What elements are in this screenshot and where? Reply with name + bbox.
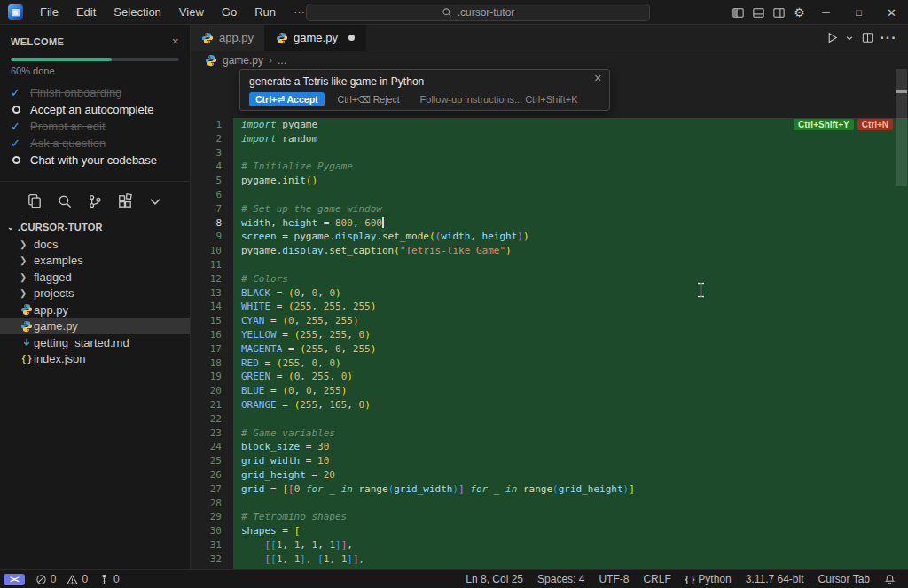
code-line-content[interactable]: block_size = 30 [233,440,908,454]
tree-item-projects[interactable]: ❯projects [0,286,190,302]
line-number[interactable]: 27 [191,482,233,497]
line-number[interactable]: 32 [191,553,233,567]
vertical-scrollbar[interactable] [896,69,907,186]
menu-run[interactable]: Run [247,3,284,21]
code-line[interactable]: 8width, height = 800, 600 [191,216,908,231]
code-line-content[interactable]: GREEN = (0, 255, 0) [233,370,908,384]
reject-button[interactable]: Ctrl+⌫ Reject [338,94,400,105]
code-line-content[interactable]: # Set up the game window [233,202,908,216]
code-line-content[interactable]: grid_width = 10 [233,454,908,468]
line-number[interactable]: 31 [191,538,233,553]
code-line-content[interactable]: ORANGE = (255, 165, 0) [233,398,908,412]
maximize-icon[interactable]: □ [842,0,875,25]
status-encoding[interactable]: UTF-8 [591,573,636,585]
command-center-search[interactable]: .cursor-tutor [306,4,650,21]
line-number[interactable]: 28 [191,497,233,511]
line-number[interactable]: 1 [191,118,233,132]
code-line-content[interactable] [233,258,908,272]
welcome-task-prompt-an-edit[interactable]: ✓Prompt an edit [11,118,179,135]
code-line-content[interactable]: screen = pygame.display.set_mode((width,… [233,230,908,244]
code-line-content[interactable]: [[1, 1, 1, 1]], [233,538,908,553]
code-line[interactable]: 15CYAN = (0, 255, 255) [191,314,908,328]
code-line[interactable]: 3 [191,146,908,161]
code-line-content[interactable]: WHITE = (255, 255, 255) [233,300,908,314]
close-icon[interactable]: ✕ [875,0,908,25]
code-line[interactable]: 20BLUE = (0, 0, 255) [191,384,908,398]
code-line[interactable]: 14WHITE = (255, 255, 255) [191,300,908,314]
welcome-task-finish-onboarding[interactable]: ✓Finish onboarding [11,84,179,101]
code-line-content[interactable]: # Initialize Pygame [233,160,908,174]
code-line[interactable]: 9screen = pygame.display.set_mode((width… [191,230,908,244]
line-number[interactable]: 20 [191,384,233,398]
code-line[interactable]: 5pygame.init() [191,174,908,188]
code-line[interactable]: 10pygame.display.set_caption("Tetris-lik… [191,244,908,258]
status-cursor-position[interactable]: Ln 8, Col 25 [458,573,530,585]
menu-selection[interactable]: Selection [106,3,168,21]
remote-indicator[interactable]: >< [4,574,25,585]
search-icon[interactable] [56,192,74,210]
code-line-content[interactable]: [[1, 1], [1, 1]], [233,553,908,567]
code-line[interactable]: 4# Initialize Pygame [191,160,908,174]
run-dropdown-icon[interactable] [844,28,855,48]
line-number[interactable]: 14 [191,300,233,314]
code-line[interactable]: 16YELLOW = (255, 255, 0) [191,328,908,342]
files-icon[interactable] [26,192,43,210]
close-icon[interactable]: ✕ [594,73,602,84]
breadcrumb-more[interactable]: ... [278,54,286,67]
welcome-task-chat-with-your-codebase[interactable]: Chat with your codebase [11,152,179,169]
line-number[interactable]: 13 [191,286,233,301]
status-ports[interactable]: 0 [93,570,125,588]
code-line[interactable]: 17MAGENTA = (255, 0, 255) [191,342,908,357]
code-line-content[interactable]: MAGENTA = (255, 0, 255) [233,342,908,357]
line-number[interactable]: 6 [191,188,233,202]
code-line-content[interactable]: pygame.init() [233,174,908,188]
code-line[interactable]: 24block_size = 30 [191,440,908,454]
toggle-secondary-sidebar-icon[interactable] [769,0,789,25]
code-line-content[interactable]: [[1, 1, 1], [0, 1, 0]] [233,567,908,570]
code-line[interactable]: 7# Set up the game window [191,202,908,216]
code-line-content[interactable]: CYAN = (0, 255, 255) [233,314,908,328]
code-line[interactable]: 30shapes = [ [191,524,908,538]
code-line[interactable]: 19GREEN = (0, 255, 0) [191,370,908,384]
code-line-content[interactable] [233,188,908,202]
code-line[interactable]: 13BLACK = (0, 0, 0) [191,286,908,301]
code-line[interactable]: 21ORANGE = (255, 165, 0) [191,398,908,412]
line-number[interactable]: 4 [191,160,233,174]
code-line-content[interactable]: BLACK = (0, 0, 0) [233,286,908,301]
close-icon[interactable]: × [172,35,179,48]
line-number[interactable]: 7 [191,202,233,216]
extensions-icon[interactable] [116,192,134,210]
menu-edit[interactable]: Edit [68,3,104,21]
split-editor-icon[interactable] [858,28,876,48]
line-number[interactable]: 5 [191,174,233,188]
code-line-content[interactable]: width, height = 800, 600 [233,216,908,231]
line-number[interactable]: 18 [191,357,233,371]
line-number[interactable]: 24 [191,440,233,454]
line-number[interactable]: 12 [191,272,233,286]
code-line-content[interactable]: import random [233,132,908,146]
tree-item-game-py[interactable]: game.py [0,318,190,335]
line-number[interactable]: 15 [191,314,233,328]
minimize-icon[interactable]: ─ [810,0,842,25]
code-line[interactable]: 12# Colors [191,272,908,286]
code-line[interactable]: 32 [[1, 1], [1, 1]], [191,553,908,567]
welcome-task-accept-an-autocomplete[interactable]: Accept an autocomplete [11,101,179,118]
accept-all-badge[interactable]: Ctrl+Shift+Y [794,119,854,130]
code-line-content[interactable]: # Tetromino shapes [233,510,908,524]
status-indentation[interactable]: Spaces: 4 [530,573,591,585]
code-editor[interactable]: Ctrl+Shift+Y Ctrl+N 1import pygame2impor… [191,118,908,569]
code-line-content[interactable] [233,412,908,427]
code-line[interactable]: 22 [191,412,908,427]
welcome-task-ask-a-question[interactable]: ✓Ask a question [11,135,179,152]
code-line[interactable]: 26grid_height = 20 [191,468,908,482]
code-line[interactable]: 6 [191,188,908,202]
line-number[interactable]: 29 [191,510,233,524]
settings-gear-icon[interactable]: ⚙ [789,0,810,25]
status-eol[interactable]: CRLF [636,573,677,585]
more-actions-icon[interactable]: ··· [880,28,897,48]
tree-item-flagged[interactable]: ❯flagged [0,269,190,286]
code-line[interactable]: 23# Game variables [191,427,908,441]
tab-game-py[interactable]: game.py [265,25,366,51]
code-line-content[interactable]: RED = (255, 0, 0) [233,357,908,371]
line-number[interactable]: 25 [191,454,233,468]
